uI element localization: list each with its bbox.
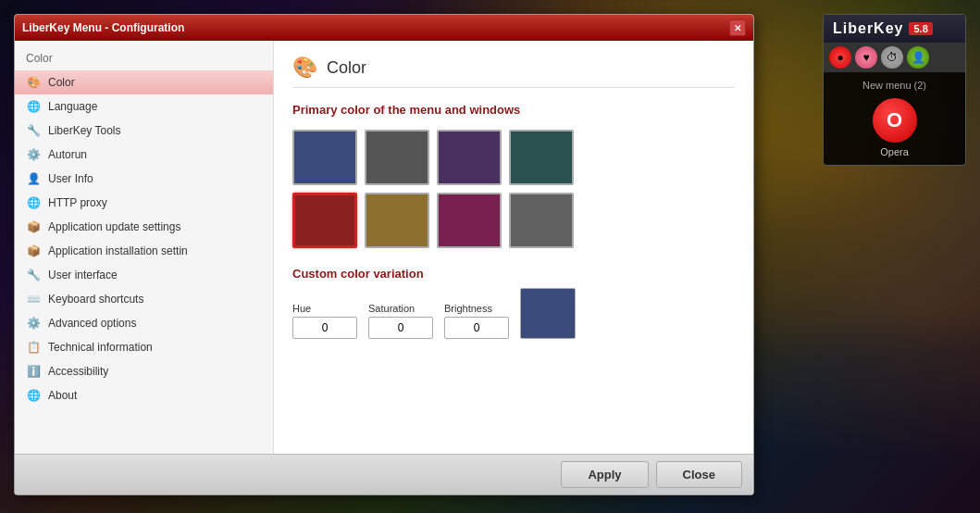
sidebar-icon-language: 🌐 [26, 99, 41, 114]
sidebar-icon-user-info: 👤 [26, 171, 41, 186]
dialog-body: Color 🎨 Color🌐 Language🔧 LiberKey Tools⚙… [15, 41, 753, 454]
brightness-field: Brightness [444, 303, 509, 339]
sidebar-label-accessibility: Accessibility [48, 365, 108, 378]
sidebar-label-autorun: Autorun [48, 148, 87, 161]
sidebar-item-accessibility[interactable]: ℹ️ Accessibility [15, 359, 273, 383]
color-swatch-4[interactable] [292, 193, 357, 248]
liberkey-clock-btn[interactable]: ⏱ [881, 46, 903, 69]
sidebar-item-autorun[interactable]: ⚙️ Autorun [15, 143, 273, 167]
liberkey-version: 5.8 [909, 22, 932, 35]
brightness-input[interactable] [444, 317, 509, 339]
sidebar-icon-http-proxy: 🌐 [26, 195, 41, 210]
dialog-titlebar: LiberKey Menu - Configuration ✕ [15, 15, 753, 41]
brightness-label: Brightness [444, 303, 509, 314]
sidebar-item-language[interactable]: 🌐 Language [15, 94, 273, 119]
sidebar-icon-color: 🎨 [26, 75, 41, 90]
sidebar-icon-keyboard-shortcuts: ⌨️ [26, 292, 41, 307]
sidebar-label-app-install: Application installation settin [48, 244, 188, 257]
sidebar-label-color: Color [48, 76, 75, 89]
liberkey-panel: LiberKey 5.8 ● ♥ ⏱ 👤 New menu (2) O Oper… [823, 14, 966, 166]
opera-icon[interactable]: O [873, 98, 917, 143]
color-swatch-0[interactable] [292, 130, 357, 185]
main-content: 🎨 Color Primary color of the menu and wi… [274, 41, 753, 454]
sidebar-item-app-install[interactable]: 📦 Application installation settin [15, 239, 273, 263]
close-button[interactable]: Close [656, 461, 742, 488]
sidebar-icon-technical-info: 📋 [26, 340, 41, 355]
liberkey-user-btn[interactable]: 👤 [907, 46, 929, 69]
primary-color-label: Primary color of the menu and windows [292, 103, 735, 117]
sidebar-icon-autorun: ⚙️ [26, 147, 41, 162]
sidebar-item-liberkey-tools[interactable]: 🔧 LiberKey Tools [15, 119, 273, 143]
color-swatch-7[interactable] [509, 193, 574, 248]
hue-input[interactable] [292, 317, 357, 339]
custom-color-section: Custom color variation Hue Saturation Br… [292, 267, 735, 339]
color-swatch-5[interactable] [365, 193, 429, 248]
sidebar-label-language: Language [48, 100, 97, 113]
sidebar-icon-liberkey-tools: 🔧 [26, 123, 41, 138]
color-preview [520, 288, 576, 339]
liberkey-logo: LiberKey [833, 20, 903, 37]
sidebar-label-technical-info: Technical information [48, 341, 153, 354]
sidebar-label-keyboard-shortcuts: Keyboard shortcuts [48, 293, 143, 306]
liberkey-toolbar: ● ♥ ⏱ 👤 [824, 43, 965, 72]
sidebar-label-liberkey-tools: LiberKey Tools [48, 124, 121, 137]
saturation-label: Saturation [368, 303, 433, 314]
section-title: Color [327, 58, 366, 78]
saturation-input[interactable] [368, 317, 433, 339]
sidebar-item-technical-info[interactable]: 📋 Technical information [15, 335, 273, 359]
sidebar-item-user-interface[interactable]: 🔧 User interface [15, 263, 273, 287]
color-icon: 🎨 [292, 56, 317, 80]
sidebar-icon-app-install: 📦 [26, 244, 41, 258]
sidebar-section-label: Color [15, 48, 273, 70]
liberkey-header: LiberKey 5.8 [824, 15, 965, 43]
sidebar-item-color[interactable]: 🎨 Color [15, 70, 273, 94]
opera-label: Opera [831, 146, 958, 157]
sidebar-item-app-update[interactable]: 📦 Application update settings [15, 215, 273, 239]
dialog-title: LiberKey Menu - Configuration [22, 21, 184, 34]
sidebar-label-user-interface: User interface [48, 269, 118, 282]
sidebar-label-advanced-options: Advanced options [48, 317, 136, 330]
custom-color-title: Custom color variation [292, 267, 735, 281]
sidebar-icon-user-interface: 🔧 [26, 268, 41, 282]
sidebar-label-app-update: Application update settings [48, 220, 180, 233]
liberkey-red-btn[interactable]: ● [829, 46, 851, 69]
sidebar-item-keyboard-shortcuts[interactable]: ⌨️ Keyboard shortcuts [15, 287, 273, 311]
color-swatch-grid [292, 130, 735, 248]
sidebar-item-user-info[interactable]: 👤 User Info [15, 167, 273, 191]
color-swatch-3[interactable] [509, 130, 574, 185]
sidebar-icon-advanced-options: ⚙️ [26, 316, 41, 331]
hue-field: Hue [292, 303, 357, 339]
liberkey-content: New menu (2) O Opera [824, 72, 965, 165]
custom-color-controls: Hue Saturation Brightness [292, 288, 735, 339]
sidebar: Color 🎨 Color🌐 Language🔧 LiberKey Tools⚙… [15, 41, 274, 454]
saturation-field: Saturation [368, 303, 433, 339]
sidebar-item-advanced-options[interactable]: ⚙️ Advanced options [15, 311, 273, 335]
sidebar-label-user-info: User Info [48, 172, 93, 185]
config-dialog: LiberKey Menu - Configuration ✕ Color 🎨 … [14, 14, 754, 495]
hue-label: Hue [292, 303, 357, 314]
color-swatch-1[interactable] [365, 130, 429, 185]
close-icon[interactable]: ✕ [729, 19, 746, 36]
sidebar-icon-app-update: 📦 [26, 219, 41, 234]
color-swatch-6[interactable] [437, 193, 502, 248]
sidebar-item-about[interactable]: 🌐 About [15, 383, 273, 407]
sidebar-label-http-proxy: HTTP proxy [48, 196, 107, 209]
liberkey-menu-label: New menu (2) [831, 80, 958, 91]
sidebar-item-http-proxy[interactable]: 🌐 HTTP proxy [15, 191, 273, 215]
liberkey-pink-btn[interactable]: ♥ [855, 46, 877, 69]
apply-button[interactable]: Apply [561, 461, 648, 488]
sidebar-label-about: About [48, 389, 77, 402]
dialog-footer: Apply Close [15, 454, 753, 494]
section-header: 🎨 Color [292, 56, 735, 88]
sidebar-icon-about: 🌐 [26, 388, 41, 403]
sidebar-icon-accessibility: ℹ️ [26, 364, 41, 379]
color-swatch-2[interactable] [437, 130, 502, 185]
